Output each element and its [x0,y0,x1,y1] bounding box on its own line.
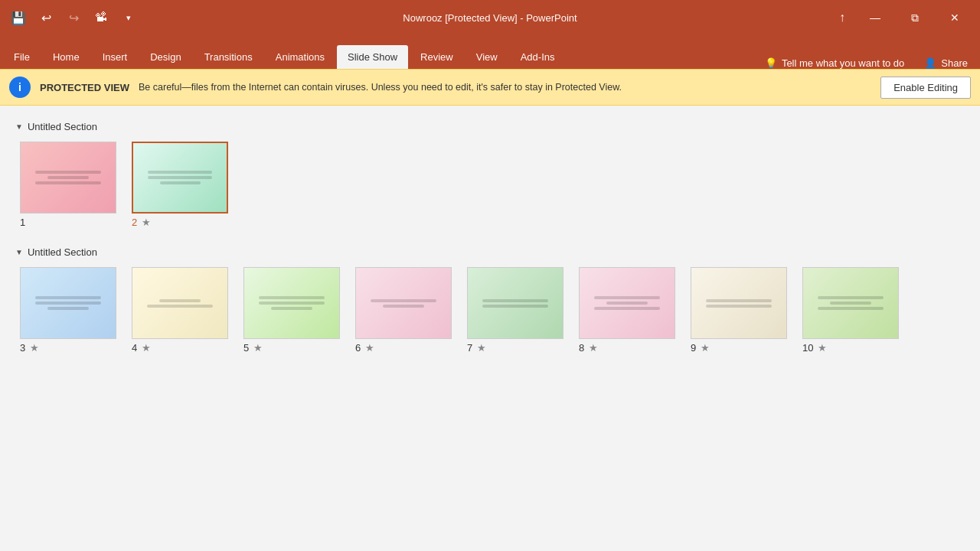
slide-item-7[interactable]: 7 ★ [467,267,564,354]
thumb-line [35,181,101,184]
slide-thumb-6[interactable] [355,267,452,339]
section-title-1: Untitled Section [28,121,97,132]
thumb-line [148,176,213,179]
slide-thumb-10[interactable] [802,267,899,339]
save-icon[interactable]: 💾 [8,7,29,28]
slide-item-2[interactable]: 2 ★ [132,142,228,228]
tab-file[interactable]: File [3,45,41,69]
slide-thumb-9[interactable] [691,267,787,339]
slide-item-4[interactable]: 4 ★ [132,267,228,354]
thumb-content-2 [133,143,227,212]
slide-item-8[interactable]: 8 ★ [579,267,675,354]
thumb-line [594,296,660,299]
section-header-1[interactable]: ▼ Untitled Section [15,121,965,132]
restore-button[interactable]: ⧉ [897,0,933,35]
slides-row-2: 3 ★ 4 ★ [15,267,965,354]
help-icon[interactable]: ↑ [831,7,853,28]
thumb-line [47,307,89,310]
section-collapse-arrow-2[interactable]: ▼ [15,248,23,256]
slide-item-1[interactable]: 1 [20,142,116,228]
slide-star-7: ★ [477,342,486,354]
slide-star-6: ★ [365,342,374,354]
title-bar-left: 💾 ↩ ↪ 📽 ▾ [8,7,139,28]
thumb-content-9 [691,268,786,338]
close-button[interactable]: ✕ [937,0,972,35]
slide-num-row-4: 4 ★ [132,342,151,354]
protected-view-bar: i PROTECTED VIEW Be careful—files from t… [0,69,980,106]
thumb-line [148,171,213,174]
slides-row-1: 1 2 ★ [15,142,965,228]
thumb-line [160,181,201,184]
slide-thumb-4[interactable] [132,267,228,339]
tab-add-ins[interactable]: Add-Ins [510,45,566,69]
slide-item-3[interactable]: 3 ★ [20,267,116,354]
thumb-line [706,299,772,302]
tab-design[interactable]: Design [139,45,191,69]
customize-icon[interactable]: ▾ [118,7,139,28]
slide-num-row-2: 2 ★ [132,217,151,228]
thumb-line [482,299,548,302]
thumb-line [371,299,436,302]
search-label: Tell me what you want to do [782,57,904,69]
thumb-content-6 [356,268,451,338]
presentation-mode-icon[interactable]: 📽 [90,7,112,28]
person-icon: 👤 [924,57,936,69]
tab-slide-show[interactable]: Slide Show [337,45,408,69]
slide-star-5: ★ [253,342,263,354]
thumb-content-10 [803,268,898,338]
slide-star-3: ★ [30,342,39,354]
info-icon: i [9,77,31,98]
redo-icon[interactable]: ↪ [63,7,84,28]
slide-thumb-7[interactable] [467,267,564,339]
slide-thumb-1[interactable] [20,142,116,214]
tab-animations[interactable]: Animations [265,45,335,69]
thumb-line [259,296,325,299]
share-label: Share [941,57,968,69]
thumb-content-3 [21,268,116,338]
slide-number-1: 1 [20,217,25,228]
section-title-2: Untitled Section [28,246,97,258]
thumb-line [818,296,884,299]
search-tab[interactable]: 💡 Tell me what you want to do [756,57,913,69]
window-title: Nowrooz [Protected View] - PowerPoint [403,12,577,24]
thumb-line [35,296,101,299]
minimize-button[interactable]: — [858,0,893,35]
slide-thumb-5[interactable] [243,267,340,339]
thumb-line [706,305,772,308]
tab-insert[interactable]: Insert [92,45,139,69]
protected-view-label: PROTECTED VIEW [40,82,129,93]
thumb-line [147,305,213,308]
thumb-content-4 [132,268,227,338]
slide-number-2: 2 [132,217,137,228]
slide-number-5: 5 [243,342,249,354]
thumb-line [594,307,660,310]
slide-number-3: 3 [20,342,25,354]
thumb-content-1 [21,142,116,213]
slide-num-row-9: 9 ★ [691,342,710,354]
tab-review[interactable]: Review [410,45,464,69]
protected-view-message: Be careful—files from the Internet can c… [139,82,871,93]
section-collapse-arrow-1[interactable]: ▼ [15,122,23,131]
thumb-line [47,176,89,179]
slide-num-row-10: 10 ★ [802,342,827,354]
slide-star-10: ★ [818,342,827,354]
slide-number-6: 6 [355,342,361,354]
slide-item-9[interactable]: 9 ★ [691,267,787,354]
tab-view[interactable]: View [466,45,508,69]
slide-star-8: ★ [589,342,598,354]
slide-number-7: 7 [467,342,472,354]
slide-item-10[interactable]: 10 ★ [802,267,899,354]
slide-thumb-2[interactable] [132,142,228,214]
enable-editing-button[interactable]: Enable Editing [880,77,971,99]
tab-home[interactable]: Home [42,45,90,69]
slide-item-5[interactable]: 5 ★ [243,267,340,354]
tab-transitions[interactable]: Transitions [194,45,263,69]
undo-icon[interactable]: ↩ [35,7,57,28]
slide-item-6[interactable]: 6 ★ [355,267,452,354]
section-header-2[interactable]: ▼ Untitled Section [15,246,965,258]
slide-num-row-8: 8 ★ [579,342,598,354]
share-tab[interactable]: 👤 Share [915,57,977,69]
slide-thumb-3[interactable] [20,267,116,339]
slide-thumb-8[interactable] [579,267,675,339]
slide-star-9: ★ [701,342,710,354]
